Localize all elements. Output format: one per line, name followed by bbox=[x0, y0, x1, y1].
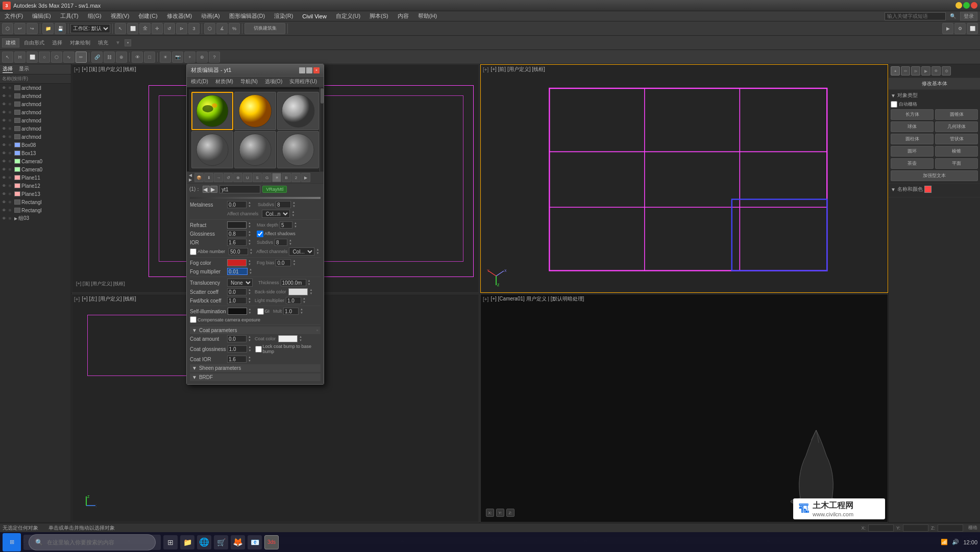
taskbar-search-box[interactable]: 🔍 bbox=[29, 534, 156, 550]
login-button[interactable]: 登录 bbox=[960, 12, 977, 21]
search-icon[interactable]: 🔍 bbox=[948, 12, 958, 20]
coord-z-input[interactable] bbox=[938, 524, 963, 532]
scene-item[interactable]: 👁❄archmod bbox=[0, 133, 71, 141]
cp-btn-box[interactable]: 长方体 bbox=[891, 109, 934, 120]
cp-tab-display[interactable]: 👁 bbox=[932, 66, 941, 76]
icon-select-lasso[interactable]: ∿ bbox=[63, 52, 75, 63]
tab-object-paint[interactable]: 对象绘制 bbox=[67, 39, 93, 47]
prop-fwd-spinner[interactable]: ▲▼ bbox=[248, 297, 251, 304]
viewport-top-right[interactable]: [+] [+] [前] [用户定义] [线框] bbox=[480, 64, 888, 293]
mat-grid-scrollbar[interactable] bbox=[320, 87, 324, 171]
cp-btn-geosphere[interactable]: 几何球体 bbox=[935, 121, 978, 132]
tb-select-region[interactable]: ⬜ bbox=[127, 23, 138, 34]
mat-menu-navigate[interactable]: 导航(N) bbox=[239, 78, 259, 86]
icon-select-by-name[interactable]: H bbox=[14, 52, 26, 63]
cp-color-swatch[interactable] bbox=[924, 186, 932, 193]
cp-tab-utilities[interactable]: ⚙ bbox=[942, 66, 951, 76]
prop-coatior-spinner[interactable]: ▲▼ bbox=[248, 356, 251, 363]
tb-percent-snap[interactable]: % bbox=[229, 23, 240, 34]
scene-item[interactable]: 👁❄Camera0 bbox=[0, 165, 71, 173]
mat-btn-video[interactable]: ▶ bbox=[301, 173, 310, 182]
tb-move[interactable]: ✛ bbox=[152, 23, 163, 34]
tb-select-all[interactable]: 全 bbox=[139, 23, 151, 34]
vp-tr-view[interactable]: [+] [前] [用户定义] [线框] bbox=[491, 66, 545, 73]
vp-bl-plus[interactable]: [+] bbox=[74, 296, 80, 302]
menu-item-civil-view[interactable]: Civil View bbox=[300, 12, 328, 20]
tab-freeform[interactable]: 自由形式 bbox=[21, 39, 47, 47]
prop-camexp-check[interactable] bbox=[190, 316, 197, 323]
vp-tl-view[interactable]: [+] [顶] [用户定义] [线框] bbox=[82, 66, 136, 73]
icon-object-paint[interactable]: ✏ bbox=[76, 52, 87, 63]
taskbar-email[interactable]: 📧 bbox=[248, 535, 262, 549]
scene-tab-select[interactable]: 选择 bbox=[3, 65, 13, 73]
icon-link[interactable]: 🔗 bbox=[91, 52, 103, 63]
menu-item-view[interactable]: 视图(V) bbox=[109, 11, 132, 21]
prop-coatcolor-spinner[interactable]: ▲▼ bbox=[299, 335, 302, 342]
cp-tab-create[interactable]: + bbox=[891, 66, 900, 76]
mat-btn-put-scene[interactable]: S bbox=[253, 173, 262, 182]
cp-btn-teapot[interactable]: 茶壶 bbox=[891, 158, 934, 169]
coord-x-input[interactable] bbox=[868, 524, 894, 532]
prop-refract-spinner[interactable]: ▲▼ bbox=[248, 221, 251, 229]
close-button[interactable] bbox=[971, 2, 977, 9]
menu-item-customize[interactable]: 自定义(U) bbox=[334, 11, 362, 21]
mat-sphere-4[interactable] bbox=[191, 131, 233, 168]
cp-btn-tube[interactable]: 管状体 bbox=[935, 134, 978, 144]
scene-item[interactable]: 👁❄archmod bbox=[0, 124, 71, 133]
mat-btn-assign[interactable]: → bbox=[214, 173, 223, 182]
mat-btn-backlight[interactable]: ☀ bbox=[272, 173, 281, 182]
mat-sphere-1[interactable] bbox=[191, 92, 233, 130]
menu-item-edit[interactable]: 编辑(E) bbox=[30, 11, 53, 21]
cp-auto-grid-check[interactable] bbox=[891, 101, 897, 108]
prop-mult-input[interactable] bbox=[283, 308, 299, 315]
prop-thickness-spinner[interactable]: ▲▼ bbox=[308, 279, 311, 286]
mat-menu-material[interactable]: 材质(M) bbox=[214, 78, 235, 86]
prop-sheen-header[interactable]: ▼ Sheen parameters bbox=[190, 364, 321, 372]
prop-fogbias-input[interactable] bbox=[276, 259, 291, 266]
scene-item[interactable]: 👁❄archmod bbox=[0, 108, 71, 116]
cp-btn-torus[interactable]: 圆环 bbox=[891, 146, 934, 157]
taskbar-start-button[interactable]: ⊞ bbox=[3, 533, 21, 551]
cp-btn-plane[interactable]: 平面 bbox=[935, 158, 978, 169]
mat-grid-scroll-thumb[interactable] bbox=[321, 88, 324, 104]
menu-item-animation[interactable]: 动画(A) bbox=[199, 11, 222, 21]
scene-item[interactable]: 👁❄Plane13 bbox=[0, 190, 71, 198]
menu-item-modifier[interactable]: 修改器(M) bbox=[165, 11, 194, 21]
icon-select-region-rect[interactable]: ⬜ bbox=[27, 52, 38, 63]
mat-menu-mode[interactable]: 模式(D) bbox=[189, 78, 210, 86]
taskbar-task-view[interactable]: ⊞ bbox=[163, 535, 178, 549]
viewport-bottom-right[interactable]: [+] [+] [Camera01] 用户定义 | [默认明暗处理] bbox=[480, 294, 888, 522]
menu-item-tools[interactable]: 工具(T) bbox=[58, 11, 81, 21]
scene-item[interactable]: 👁❄Rectangl bbox=[0, 206, 71, 214]
prop-selfillum-swatch[interactable] bbox=[228, 308, 247, 315]
menu-item-help[interactable]: 帮助(H) bbox=[416, 11, 439, 21]
icon-spacewarp[interactable]: ⊛ bbox=[197, 52, 208, 63]
mat-shader-badge[interactable]: VRayMtl bbox=[262, 186, 287, 193]
taskbar-store[interactable]: 🛒 bbox=[214, 535, 228, 549]
icon-helper[interactable]: + bbox=[184, 52, 195, 63]
vp-tl-plus[interactable]: [+] bbox=[74, 67, 80, 72]
scene-item[interactable]: 👁❄archmod bbox=[0, 100, 71, 108]
cp-btn-sphere[interactable]: 球体 bbox=[891, 121, 934, 132]
mat-name-input[interactable] bbox=[219, 185, 260, 193]
prop-affect2-select[interactable]: Col...nly bbox=[289, 247, 314, 256]
prop-backside-spinner[interactable]: ▲▼ bbox=[309, 288, 312, 295]
taskbar-search-btn[interactable]: 🔍 bbox=[23, 535, 161, 550]
prop-backside-swatch[interactable] bbox=[288, 288, 308, 295]
prop-scatter-spinner[interactable]: ▲▼ bbox=[248, 288, 251, 295]
cam-ctrl-1[interactable]: X: bbox=[486, 509, 494, 517]
prop-coatcolor-swatch[interactable] bbox=[278, 335, 298, 342]
prop-coatamt-input[interactable] bbox=[227, 335, 247, 342]
tb-render[interactable]: ▶ bbox=[942, 23, 953, 34]
prop-gi-check[interactable] bbox=[257, 308, 264, 315]
menu-item-graph-editor[interactable]: 图形编辑器(D) bbox=[227, 11, 267, 21]
prop-fogmult-spinner[interactable]: ▲▼ bbox=[249, 268, 252, 275]
prop-affect-select[interactable]: Col...nly bbox=[262, 210, 290, 218]
tb-render-settings[interactable]: ⚙ bbox=[954, 23, 966, 34]
tb-ref-coord[interactable]: 3 bbox=[188, 23, 200, 34]
menu-item-create[interactable]: 创建(C) bbox=[136, 11, 159, 21]
taskbar-edge[interactable]: 🌐 bbox=[197, 535, 211, 549]
mat-arrow-right[interactable]: ▶ bbox=[210, 186, 217, 193]
menu-item-file[interactable]: 文件(F) bbox=[3, 11, 25, 21]
coord-y-input[interactable] bbox=[903, 524, 928, 532]
